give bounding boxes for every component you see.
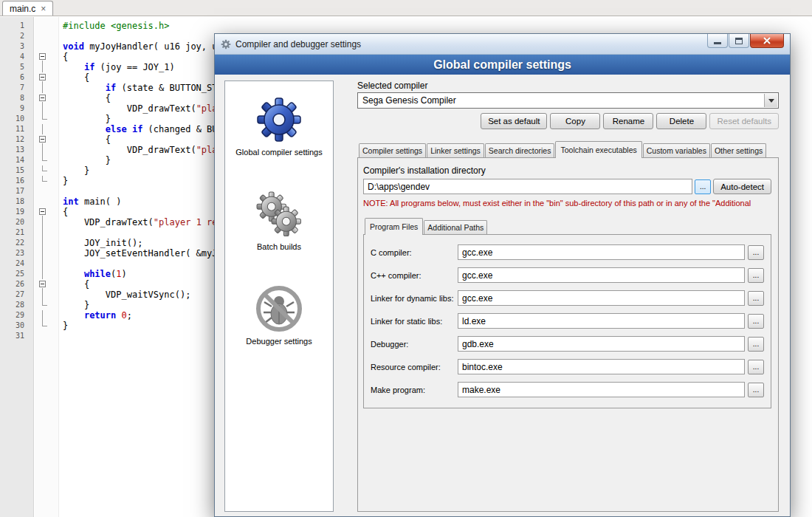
line-number: 21 xyxy=(0,227,30,238)
c-compiler-input[interactable] xyxy=(458,267,745,283)
debugger-browse-button[interactable]: ... xyxy=(748,337,764,352)
sidebar-item-global-compiler-settings[interactable]: Global compiler settings xyxy=(225,96,333,157)
debugger-input[interactable] xyxy=(458,336,745,352)
compiler-settings-dialog: Compiler and debugger settings Global co… xyxy=(214,33,791,517)
maximize-icon xyxy=(735,38,743,44)
c-compiler-label: C++ compiler: xyxy=(371,271,458,280)
c-compiler-label: C compiler: xyxy=(371,248,458,257)
fold-marker[interactable] xyxy=(30,52,59,62)
line-number: 26 xyxy=(0,279,30,290)
copy-button[interactable]: Copy xyxy=(550,113,600,129)
code-text: } xyxy=(59,155,111,165)
code-text xyxy=(59,331,63,341)
set-as-default-button[interactable]: Set as default xyxy=(481,113,547,129)
code-text: { xyxy=(59,72,89,83)
tab-linker-settings[interactable]: Linker settings xyxy=(427,143,484,157)
delete-button[interactable]: Delete xyxy=(656,113,706,129)
compiler-dropdown-value: Sega Genesis Compiler xyxy=(362,95,456,106)
tab-search-directories[interactable]: Search directories xyxy=(485,143,555,157)
c-compiler-browse-button[interactable]: ... xyxy=(748,245,764,260)
minimize-button[interactable] xyxy=(707,34,728,48)
debugger-label: Debugger: xyxy=(371,340,458,349)
code-text: VDP_drawText("play xyxy=(59,103,223,114)
line-number: 7 xyxy=(0,83,30,93)
line-number: 24 xyxy=(0,258,30,269)
line-number: 14 xyxy=(0,155,30,165)
fold-marker[interactable] xyxy=(30,72,59,83)
program-row: C compiler:... xyxy=(371,244,764,260)
line-number: 15 xyxy=(0,165,30,176)
sidebar-item-batch-builds[interactable]: Batch builds xyxy=(225,191,333,251)
line-number: 27 xyxy=(0,290,30,300)
line-number: 6 xyxy=(0,72,30,83)
make-program-browse-button[interactable]: ... xyxy=(748,383,764,397)
gear-icon xyxy=(255,96,303,143)
tab-custom-variables[interactable]: Custom variables xyxy=(643,143,710,157)
line-number: 3 xyxy=(0,41,30,52)
sidebar-item-label: Global compiler settings xyxy=(235,148,322,157)
linker-for-dynamic-libs-browse-button[interactable]: ... xyxy=(748,291,764,306)
compiler-dropdown[interactable]: Sega Genesis Compiler xyxy=(357,92,779,109)
code-text: int main( ) xyxy=(59,196,121,207)
close-button[interactable] xyxy=(750,34,784,48)
code-text: VDP_drawText("player 1 rel xyxy=(59,217,223,227)
install-dir-browse-button[interactable]: ... xyxy=(695,179,711,194)
fold-marker[interactable] xyxy=(30,93,59,103)
make-program-input[interactable] xyxy=(458,382,745,397)
minimize-icon xyxy=(714,42,721,44)
sidebar-item-debugger-settings[interactable]: Debugger settings xyxy=(225,285,333,346)
resource-compiler-input[interactable] xyxy=(458,359,745,374)
fold-margin-cell xyxy=(30,331,59,341)
editor-tabbar: main.c × xyxy=(0,0,812,16)
subtab-additional-paths[interactable]: Additional Paths xyxy=(424,220,487,234)
linker-for-static-libs-browse-button[interactable]: ... xyxy=(748,314,764,329)
line-number: 29 xyxy=(0,310,30,321)
fold-margin-cell xyxy=(30,41,59,52)
resource-compiler-browse-button[interactable]: ... xyxy=(748,360,764,374)
fold-marker[interactable] xyxy=(30,279,59,290)
tab-toolchain-executables[interactable]: Toolchain executables xyxy=(555,141,641,158)
selected-compiler-label: Selected compiler xyxy=(357,81,779,91)
code-text: { xyxy=(59,207,68,217)
code-text: void myJoyHandler( u16 joy, u1 xyxy=(59,41,223,52)
line-number: 5 xyxy=(0,62,30,72)
fold-margin-cell xyxy=(30,196,59,207)
install-dir-input[interactable] xyxy=(363,179,692,194)
tab-close-icon[interactable]: × xyxy=(41,4,46,13)
code-text: } xyxy=(59,114,111,124)
reset-defaults-button[interactable]: Reset defaults xyxy=(709,113,779,129)
code-text: VDP_waitVSync(); xyxy=(59,290,190,300)
code-text: } xyxy=(59,321,68,331)
fold-margin-cell xyxy=(30,186,59,196)
rename-button[interactable]: Rename xyxy=(603,113,653,129)
linker-for-dynamic-libs-input[interactable] xyxy=(458,290,745,306)
line-number: 17 xyxy=(0,186,30,196)
editor-tab-main-c[interactable]: main.c × xyxy=(2,1,53,16)
fold-margin-cell xyxy=(30,300,59,310)
c-compiler-input[interactable] xyxy=(458,244,745,260)
fold-marker[interactable] xyxy=(30,134,59,145)
line-number: 19 xyxy=(0,207,30,217)
dialog-titlebar[interactable]: Compiler and debugger settings xyxy=(215,34,790,55)
dropdown-arrow-button[interactable] xyxy=(764,94,777,107)
fold-margin-cell xyxy=(30,165,59,176)
maximize-button[interactable] xyxy=(729,34,749,48)
tab-other-settings[interactable]: Other settings xyxy=(711,143,766,157)
fold-margin-cell xyxy=(30,321,59,331)
tab-compiler-settings[interactable]: Compiler settings xyxy=(359,143,426,157)
subtab-program-files[interactable]: Program Files xyxy=(365,218,423,235)
linker-for-static-libs-label: Linker for static libs: xyxy=(371,317,458,326)
fold-margin-cell xyxy=(30,145,59,155)
install-dir-label: Compiler's installation directory xyxy=(363,165,771,176)
code-text: { xyxy=(59,279,89,290)
fold-margin-cell xyxy=(30,114,59,124)
sidebar-item-label: Debugger settings xyxy=(246,337,312,346)
fold-marker[interactable] xyxy=(30,207,59,217)
line-number: 22 xyxy=(0,238,30,248)
fold-margin-cell xyxy=(30,31,59,41)
line-number: 18 xyxy=(0,196,30,207)
auto-detect-button[interactable]: Auto-detect xyxy=(713,179,771,194)
code-text: JOY_setEventHandler( &myJo xyxy=(59,248,223,258)
c-compiler-browse-button[interactable]: ... xyxy=(748,268,764,283)
linker-for-static-libs-input[interactable] xyxy=(458,313,745,329)
